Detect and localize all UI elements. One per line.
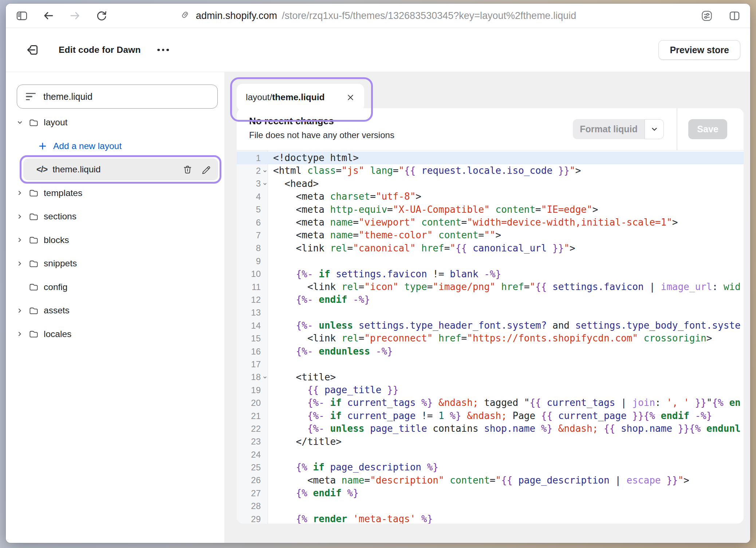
code-line-text[interactable]: <meta http-equiv="X-UA-Compatible" conte…	[268, 203, 598, 216]
code-line-text[interactable]	[268, 500, 273, 513]
line-number[interactable]: 13	[237, 306, 268, 319]
line-number[interactable]: 2	[237, 164, 268, 177]
back-icon[interactable]	[42, 9, 55, 22]
line-number[interactable]: 10	[237, 268, 268, 281]
code-line-text[interactable]: {%- endif -%}	[268, 293, 370, 306]
sidebar-item-assets[interactable]: assets	[6, 299, 224, 322]
preview-store-button[interactable]: Preview store	[658, 40, 740, 60]
line-number[interactable]: 27	[237, 487, 268, 500]
code-line-text[interactable]: {%- if settings.favicon != blank -%}	[268, 268, 501, 281]
save-button[interactable]: Save	[688, 119, 727, 139]
chevron-down-icon[interactable]	[17, 120, 23, 126]
sidebar-toggle-icon[interactable]	[16, 9, 28, 22]
more-actions-icon[interactable]	[157, 49, 169, 51]
code-line-text[interactable]: {% endif %}	[268, 487, 359, 500]
format-liquid-button[interactable]: Format liquid	[573, 119, 645, 139]
line-number[interactable]: 1	[237, 152, 268, 164]
line-number[interactable]: 26	[237, 474, 268, 487]
code-line-text[interactable]: <link rel="canonical" href="{{ canonical…	[268, 242, 575, 255]
line-number[interactable]: 17	[237, 358, 268, 371]
code-line-text[interactable]: <meta name="theme-color" content="">	[268, 229, 501, 242]
code-line-text[interactable]: {%- unless settings.type_header_font.sys…	[268, 319, 741, 332]
fold-chevron-icon[interactable]	[262, 181, 268, 187]
line-number[interactable]: 6	[237, 216, 268, 229]
sidebar-item-layout[interactable]: layout	[6, 111, 224, 134]
code-line-text[interactable]	[268, 255, 273, 267]
fold-chevron-icon[interactable]	[262, 375, 268, 380]
address-bar[interactable]: admin.shopify.com/store/rzq1xu-f5/themes…	[180, 9, 576, 23]
code-line-text[interactable]: {% if page_description %}	[268, 461, 438, 474]
code-line-text[interactable]: <link rel="icon" type="image/png" href="…	[268, 281, 741, 293]
line-number[interactable]: 8	[237, 242, 268, 255]
line-number[interactable]: 12	[237, 293, 268, 306]
code-view[interactable]: 1<!doctype html>2<html class="js" lang="…	[237, 150, 744, 524]
code-line-text[interactable]	[268, 448, 273, 461]
chevron-right-icon[interactable]	[17, 308, 23, 314]
line-number[interactable]: 24	[237, 448, 268, 461]
line-number[interactable]: 19	[237, 384, 268, 396]
code-line-text[interactable]: {%- if current_tags %} &ndash; tagged "{…	[268, 396, 741, 409]
code-line-text[interactable]: <html class="js" lang="{{ request.locale…	[268, 164, 581, 177]
code-line-text[interactable]	[268, 358, 273, 371]
line-number[interactable]: 7	[237, 229, 268, 242]
line-number[interactable]: 3	[237, 177, 268, 190]
forward-icon[interactable]	[69, 9, 81, 22]
line-number[interactable]: 16	[237, 345, 268, 358]
chevron-right-icon[interactable]	[17, 190, 23, 196]
code-line-text[interactable]: {%- if current_page != 1 %} &ndash; Page…	[268, 410, 712, 422]
sidebar-item-snippets[interactable]: snippets	[6, 252, 224, 275]
code-line-text[interactable]: {% render 'meta-tags' %}	[268, 513, 433, 524]
reload-icon[interactable]	[95, 9, 108, 22]
line-number[interactable]: 4	[237, 190, 268, 203]
format-dropdown-button[interactable]	[645, 119, 664, 139]
close-icon[interactable]	[346, 93, 355, 102]
delete-file-icon[interactable]	[182, 164, 193, 175]
line-number[interactable]: 22	[237, 422, 268, 435]
chevron-right-icon[interactable]	[17, 331, 23, 337]
sidebar-item-theme-liquid[interactable]: </>theme.liquid	[6, 158, 224, 181]
code-line-text[interactable]: </title>	[268, 435, 342, 448]
rename-file-icon[interactable]	[201, 164, 211, 175]
line-number[interactable]: 11	[237, 281, 268, 293]
line-number[interactable]: 20	[237, 396, 268, 409]
sidebar-item-config[interactable]: config	[6, 275, 224, 299]
code-line-text[interactable]: {{ page_title }}	[268, 384, 398, 396]
code-line-text[interactable]: <title>	[268, 371, 336, 384]
line-number[interactable]: 15	[237, 332, 268, 345]
fold-chevron-icon[interactable]	[262, 168, 268, 174]
code-line-text[interactable]: {%- endunless -%}	[268, 345, 393, 358]
split-view-icon[interactable]	[728, 9, 741, 22]
sidebar-item-blocks[interactable]: blocks	[6, 228, 224, 252]
chevron-right-icon[interactable]	[17, 214, 23, 220]
sidebar-item-label: snippets	[44, 258, 77, 269]
file-search-input[interactable]: theme.liquid	[17, 85, 218, 109]
line-number[interactable]: 9	[237, 255, 268, 267]
code-line-text[interactable]: <meta charset="utf-8">	[268, 190, 421, 203]
tab-layout-theme-liquid[interactable]: layout/theme.liquid	[237, 84, 364, 111]
code-line-text[interactable]: <meta name="viewport" content="width=dev…	[268, 216, 678, 229]
line-number[interactable]: 25	[237, 461, 268, 474]
line-number[interactable]: 28	[237, 500, 268, 513]
exit-editor-icon[interactable]	[25, 44, 39, 56]
code-line-text[interactable]: <link rel="preconnect" href="https://fon…	[268, 332, 712, 345]
chevron-right-icon[interactable]	[17, 261, 23, 267]
sidebar-item-locales[interactable]: locales	[6, 322, 224, 346]
code-line-text[interactable]: <!doctype html>	[268, 152, 359, 164]
folder-icon	[29, 118, 39, 128]
line-number[interactable]: 14	[237, 319, 268, 332]
code-line-text[interactable]	[268, 306, 273, 319]
code-line: 21 {%- if current_page != 1 %} &ndash; P…	[237, 410, 744, 422]
sidebar-item-templates[interactable]: templates	[6, 181, 224, 205]
line-number[interactable]: 18	[237, 371, 268, 384]
sidebar-item-add-a-new-layout[interactable]: Add a new layout	[6, 134, 224, 158]
line-number[interactable]: 21	[237, 410, 268, 422]
line-number[interactable]: 23	[237, 435, 268, 448]
line-number[interactable]: 29	[237, 513, 268, 524]
sidebar-item-sections[interactable]: sections	[6, 205, 224, 228]
code-line-text[interactable]: <meta name="description" content="{{ pag…	[268, 474, 689, 487]
code-line-text[interactable]: <head>	[268, 177, 319, 190]
chevron-right-icon[interactable]	[17, 237, 23, 243]
line-number[interactable]: 5	[237, 203, 268, 216]
code-line-text[interactable]: {%- unless page_title contains shop.name…	[268, 422, 741, 435]
page-settings-icon[interactable]	[701, 9, 713, 22]
